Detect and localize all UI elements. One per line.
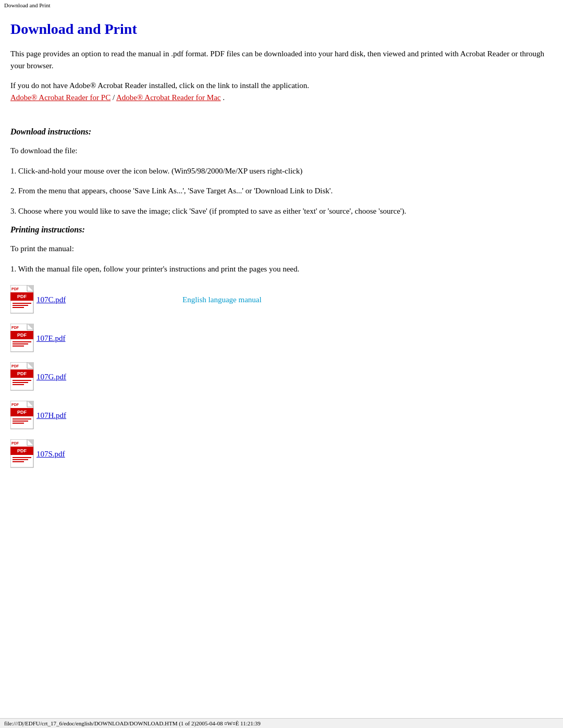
download-step-2: 2. From the menu that appears, choose 'S… [10,185,553,197]
svg-text:PDF: PDF [11,326,19,329]
pdf-icon-1: PDFPDF [10,324,36,353]
pdf-link-1[interactable]: 107E.pdf [36,334,120,343]
main-content: Download and Print This page provides an… [0,10,563,509]
link-period: . [223,93,225,102]
title-bar: Download and Print [0,0,563,10]
pdf-item-0: PDFPDF107C.pdfEnglish language manual [10,285,553,314]
svg-rect-29 [13,421,28,422]
svg-text:PDF: PDF [17,371,27,376]
svg-rect-37 [13,459,28,460]
download-step-1: 1. Click-and-hold your mouse over the ic… [10,165,553,177]
pdf-icon-0: PDFPDF [10,285,36,314]
svg-text:PDF: PDF [11,364,19,368]
svg-rect-36 [13,457,31,458]
link-separator: / [113,93,116,102]
download-heading: Download instructions: [10,127,553,137]
acrobat-mac-link[interactable]: Adobe® Acrobat Reader for Mac [116,93,221,102]
status-text: file:///D|/EDFU/crt_17_6/edoc/english/DO… [4,720,261,726]
svg-rect-13 [13,343,28,344]
svg-rect-4 [13,303,31,304]
pdf-link-0[interactable]: 107C.pdf [36,295,120,304]
pdf-icon-2: PDFPDF [10,362,36,391]
svg-text:PDF: PDF [11,441,19,445]
pdf-list: PDFPDF107C.pdfEnglish language manualPDF… [10,285,553,468]
svg-rect-38 [13,461,24,462]
print-step-1: 1. With the manual file open, follow you… [10,263,553,275]
page-title: Download and Print [10,21,553,38]
print-intro: To print the manual: [10,243,553,255]
pdf-item-3: PDFPDF107H.pdf [10,401,553,430]
pdf-item-2: PDFPDF107G.pdf [10,362,553,391]
spacer-1 [10,112,553,127]
pdf-link-3[interactable]: 107H.pdf [36,411,120,420]
title-bar-text: Download and Print [4,2,51,8]
svg-text:PDF: PDF [17,332,27,338]
svg-rect-30 [13,423,24,424]
pdf-link-4[interactable]: 107S.pdf [36,450,120,459]
pdf-icon-3: PDFPDF [10,401,36,430]
download-intro: To download the file: [10,145,553,157]
svg-rect-21 [13,382,28,383]
svg-rect-12 [13,341,31,342]
intro-text-2: If you do not have Adobe® Acrobat Reader… [10,81,309,90]
print-heading: Printing instructions: [10,225,553,235]
status-bar: file:///D|/EDFU/crt_17_6/edoc/english/DO… [0,718,563,728]
svg-text:PDF: PDF [17,448,27,453]
svg-rect-28 [13,418,31,419]
intro-paragraph-2: If you do not have Adobe® Acrobat Reader… [10,80,553,103]
pdf-item-1: PDFPDF107E.pdf [10,324,553,353]
download-step-3: 3. Choose where you would like to save t… [10,205,553,217]
pdf-link-2[interactable]: 107G.pdf [36,373,120,381]
pdf-icon-4: PDFPDF [10,439,36,468]
pdf-description-0: English language manual [182,295,262,304]
svg-rect-5 [13,305,28,306]
svg-rect-22 [13,384,24,385]
intro-paragraph-1: This page provides an option to read the… [10,48,553,71]
svg-text:PDF: PDF [17,410,27,415]
svg-rect-20 [13,380,31,381]
svg-text:PDF: PDF [17,294,27,299]
acrobat-pc-link[interactable]: Adobe® Acrobat Reader for PC [10,93,111,102]
svg-rect-14 [13,346,24,347]
svg-text:PDF: PDF [11,403,19,406]
svg-rect-6 [13,307,24,308]
svg-text:PDF: PDF [11,287,19,291]
pdf-item-4: PDFPDF107S.pdf [10,439,553,468]
